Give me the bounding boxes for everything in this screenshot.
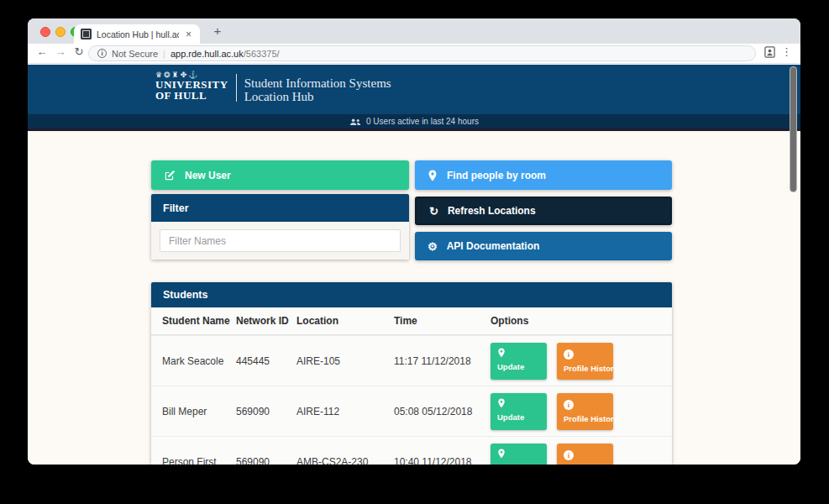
students-title: Students bbox=[163, 289, 207, 301]
update-button[interactable]: Update bbox=[491, 393, 547, 430]
table-row: Bill Meper 569090 AIRE-112 05:08 05/12/2… bbox=[151, 386, 672, 436]
profile-history-label: Profile History bbox=[564, 465, 613, 465]
update-label: Update bbox=[497, 412, 547, 422]
map-pin-icon bbox=[428, 170, 438, 181]
refresh-locations-button[interactable]: ↻ Refresh Locations bbox=[415, 197, 672, 225]
tab-favicon-icon bbox=[81, 29, 92, 39]
table-header-row: Student Name Network ID Location Time Op… bbox=[151, 307, 672, 335]
col-time: Time bbox=[394, 315, 491, 327]
map-pin-icon bbox=[497, 449, 506, 459]
profile-history-label: Profile History bbox=[564, 414, 613, 423]
update-label: Update bbox=[497, 463, 547, 465]
find-people-label: Find people by room bbox=[447, 170, 546, 181]
info-icon: i bbox=[564, 400, 574, 410]
scrollbar-thumb[interactable] bbox=[790, 66, 797, 192]
url-path: /563375/ bbox=[244, 49, 280, 59]
edit-icon bbox=[164, 170, 176, 181]
profile-history-button[interactable]: i Profile History bbox=[557, 343, 613, 380]
location: AMB-CS2A-230 bbox=[296, 456, 394, 465]
info-icon: i bbox=[564, 349, 574, 360]
col-network-id: Network ID bbox=[236, 315, 296, 327]
logo-divider bbox=[236, 74, 237, 102]
page-viewport: ♛❂♜✤⚓ UNIVERSITY OF HULL Student Informa… bbox=[28, 65, 800, 465]
tab-close-icon[interactable]: × bbox=[184, 29, 193, 40]
refresh-locations-label: Refresh Locations bbox=[448, 205, 536, 217]
university-name-line2: OF HULL bbox=[155, 90, 228, 101]
brand-line1: Student Information Systems bbox=[244, 76, 391, 90]
table-row: Mark Seacole 445445 AIRE-105 11:17 11/12… bbox=[151, 335, 672, 386]
new-user-button[interactable]: New User bbox=[151, 160, 409, 190]
omnibox-divider: | bbox=[163, 49, 165, 59]
status-bar: 0 Users active in last 24 hours bbox=[28, 114, 800, 131]
new-tab-button[interactable]: + bbox=[207, 24, 228, 38]
update-button[interactable]: Update bbox=[491, 343, 547, 380]
time: 10:40 11/12/2018 bbox=[394, 456, 491, 465]
browser-toolbar: ← → ↻ i Not Secure | app.rde.hull.ac.uk/… bbox=[28, 44, 800, 64]
refresh-icon: ↻ bbox=[429, 206, 438, 217]
update-label: Update bbox=[497, 362, 547, 371]
network-id: 569090 bbox=[236, 456, 296, 465]
filter-names-input[interactable] bbox=[160, 229, 401, 252]
student-name: Mark Seacole bbox=[162, 355, 236, 367]
students-table: Student Name Network ID Location Time Op… bbox=[151, 307, 672, 465]
table-row: Person First 569090 AMB-CS2A-230 10:40 1… bbox=[151, 436, 672, 465]
update-button[interactable]: Update bbox=[491, 444, 547, 465]
browser-menu-icon[interactable]: ⋮ bbox=[781, 45, 792, 58]
url-host: app.rde.hull.ac.uk bbox=[171, 49, 244, 59]
info-icon[interactable]: i bbox=[97, 49, 107, 58]
browser-window: Location Hub | hull.ac.uk × + ← → ↻ i No… bbox=[28, 18, 800, 465]
reload-icon[interactable]: ↻ bbox=[71, 45, 87, 58]
back-icon[interactable]: ← bbox=[34, 45, 50, 58]
student-name: Person First bbox=[162, 456, 236, 465]
location: AIRE-112 bbox=[296, 406, 394, 417]
find-people-by-room-button[interactable]: Find people by room bbox=[415, 160, 672, 190]
university-logo: ♛❂♜✤⚓ UNIVERSITY OF HULL Student Informa… bbox=[155, 71, 391, 103]
col-student-name: Student Name bbox=[162, 315, 236, 327]
network-id: 569090 bbox=[236, 406, 296, 417]
close-window-button[interactable] bbox=[40, 27, 50, 37]
browser-tab[interactable]: Location Hub | hull.ac.uk × bbox=[74, 24, 200, 44]
api-documentation-button[interactable]: ⚙ API Documentation bbox=[415, 232, 672, 260]
address-bar[interactable]: i Not Secure | app.rde.hull.ac.uk/563375… bbox=[88, 45, 756, 61]
site-header: ♛❂♜✤⚓ UNIVERSITY OF HULL Student Informa… bbox=[28, 65, 800, 114]
forward-icon[interactable]: → bbox=[53, 45, 68, 58]
student-name: Bill Meper bbox=[162, 406, 236, 417]
col-location: Location bbox=[296, 315, 394, 327]
profile-history-button[interactable]: i Profile History bbox=[557, 393, 613, 430]
profile-history-label: Profile History bbox=[564, 364, 613, 373]
map-pin-icon bbox=[497, 398, 506, 408]
brand-line2: Location Hub bbox=[244, 90, 391, 103]
students-panel: Students Student Name Network ID Locatio… bbox=[151, 282, 672, 465]
users-icon bbox=[349, 118, 361, 126]
students-panel-header: Students bbox=[151, 282, 672, 307]
filter-panel: Filter bbox=[151, 194, 409, 260]
filter-title: Filter bbox=[163, 202, 189, 214]
col-options: Options bbox=[491, 315, 672, 327]
tab-title: Location Hub | hull.ac.uk bbox=[97, 29, 179, 39]
profile-card-icon[interactable] bbox=[764, 46, 775, 58]
minimize-window-button[interactable] bbox=[55, 27, 66, 37]
map-pin-icon bbox=[497, 348, 506, 358]
gear-icon: ⚙ bbox=[428, 241, 438, 252]
info-icon: i bbox=[564, 450, 574, 460]
location: AIRE-105 bbox=[296, 355, 394, 367]
time: 05:08 05/12/2018 bbox=[394, 406, 491, 417]
api-documentation-label: API Documentation bbox=[447, 240, 540, 252]
new-user-label: New User bbox=[185, 170, 231, 181]
filter-panel-header: Filter bbox=[151, 194, 409, 222]
profile-history-button[interactable]: i Profile History bbox=[557, 444, 613, 465]
security-label: Not Secure bbox=[112, 49, 158, 59]
tab-strip: Location Hub | hull.ac.uk × + bbox=[28, 18, 800, 44]
network-id: 445445 bbox=[236, 355, 296, 367]
time: 11:17 11/12/2018 bbox=[394, 355, 491, 367]
active-users-status: 0 Users active in last 24 hours bbox=[366, 117, 479, 126]
filter-panel-body bbox=[151, 222, 409, 260]
